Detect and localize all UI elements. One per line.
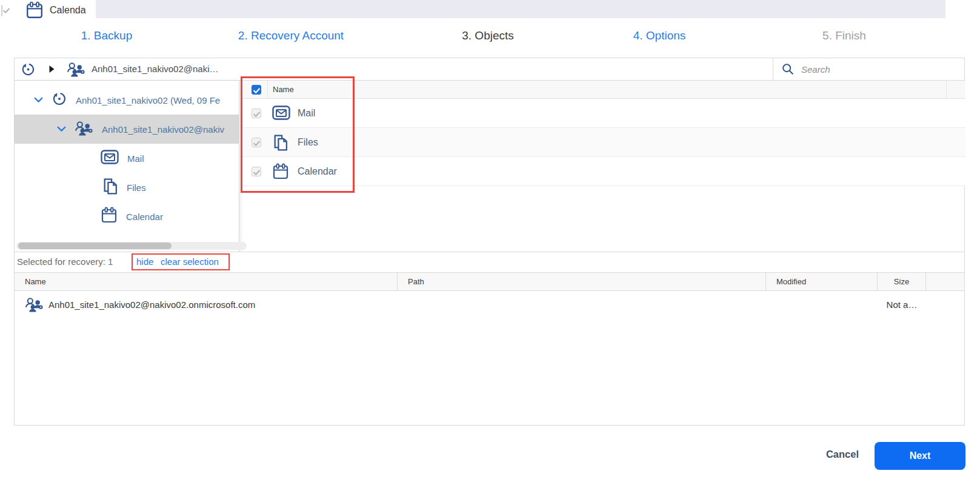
- object-row-mail[interactable]: Mail: [241, 99, 965, 128]
- row-checkbox[interactable]: [252, 109, 261, 118]
- wizard-step-recovery-account[interactable]: 2. Recovery Account: [238, 29, 344, 42]
- results-column-extra: [926, 273, 964, 290]
- selection-summary: Selected for recovery: 1: [17, 252, 113, 272]
- scrollbar-thumb[interactable]: [18, 242, 172, 249]
- restore-point-icon: [21, 62, 36, 79]
- results-column-name[interactable]: Name: [15, 273, 398, 290]
- calendar-icon: [101, 207, 118, 226]
- column-divider: [267, 81, 268, 99]
- calendar-icon: [25, 1, 44, 22]
- object-row-calendar[interactable]: Calendar: [241, 157, 965, 186]
- wizard-step-objects: 3. Objects: [462, 29, 514, 42]
- objects-step-panel: Anh01_site1_nakivo02@naki… Anh01_site1_n…: [14, 58, 965, 426]
- backdrop-overlay-bar: [96, 0, 945, 18]
- results-column-size[interactable]: Size: [878, 273, 926, 290]
- results-column-path[interactable]: Path: [398, 273, 766, 290]
- tree-item-label: Mail: [127, 153, 144, 164]
- selected-object-row[interactable]: Anh01_site1_nakivo02@nakivo02.onmicrosof…: [15, 291, 964, 319]
- files-icon: [272, 134, 288, 154]
- clear-selection-link[interactable]: clear selection: [161, 252, 219, 272]
- row-checkbox[interactable]: [252, 167, 261, 176]
- wizard-step-backup[interactable]: 1. Backup: [81, 29, 133, 42]
- calendar-icon: [272, 163, 289, 182]
- tree-item-label: Anh01_site1_nakivo02 (Wed, 09 Fe: [76, 95, 220, 105]
- select-all-checkbox[interactable]: [252, 85, 261, 95]
- expander-icon[interactable]: [48, 65, 55, 76]
- search-box: [773, 58, 964, 80]
- backup-title[interactable]: Anh01_site1_nakivo02@naki…: [92, 58, 219, 80]
- backup-tree-panel: Anh01_site1_nakivo02 (Wed, 09 Fe Anh01_s…: [15, 81, 239, 252]
- row-checkbox[interactable]: [252, 138, 261, 147]
- selection-bar: Selected for recovery: 1 hide clear sele…: [15, 252, 964, 272]
- name-column-header[interactable]: Name: [273, 81, 294, 99]
- tree-item-mail[interactable]: Mail: [15, 144, 239, 173]
- mail-icon: [101, 149, 119, 167]
- selected-object-size: Not a…: [878, 291, 926, 319]
- files-icon: [102, 178, 118, 198]
- backdrop-item-label: Calenda: [50, 5, 86, 16]
- tree-item-files[interactable]: Files: [15, 173, 239, 202]
- wizard-step-finish: 5. Finish: [822, 29, 866, 42]
- object-row-files[interactable]: Files: [241, 128, 965, 157]
- object-row-label: Files: [298, 128, 318, 157]
- selected-object-name: Anh01_site1_nakivo02@nakivo02.onmicrosof…: [48, 291, 255, 319]
- tree-item-calendar[interactable]: Calendar: [15, 202, 239, 231]
- tree-item-label: Calendar: [126, 212, 163, 222]
- horizontal-scrollbar[interactable]: [16, 242, 247, 250]
- backdrop-checkbox[interactable]: [1, 5, 2, 16]
- tree-item-label: Files: [127, 182, 146, 193]
- backup-toolbar: Anh01_site1_nakivo02@naki…: [15, 58, 964, 81]
- tree-item-label: Anh01_site1_nakivo02@nakiv: [102, 124, 224, 135]
- column-divider: [946, 81, 947, 99]
- results-column-modified[interactable]: Modified: [766, 273, 878, 290]
- cancel-button[interactable]: Cancel: [811, 449, 874, 460]
- account-group-icon: [75, 121, 93, 138]
- chevron-down-icon[interactable]: [34, 95, 43, 105]
- restore-point-icon: [52, 91, 67, 109]
- object-row-label: Mail: [298, 99, 315, 128]
- objects-table-header: Name: [241, 81, 965, 99]
- search-icon: [781, 62, 795, 78]
- tree-item-account[interactable]: Anh01_site1_nakivo02@nakiv: [15, 115, 239, 144]
- tree-item-recovery-point[interactable]: Anh01_site1_nakivo02 (Wed, 09 Fe: [15, 85, 239, 115]
- chevron-down-icon[interactable]: [57, 124, 66, 135]
- object-row-label: Calendar: [298, 157, 337, 186]
- next-button[interactable]: Next: [875, 442, 965, 470]
- recovery-wizard-page: Calenda 1. Backup 2. Recovery Account 3.…: [0, 0, 980, 485]
- results-table-header: Name Path Modified Size: [15, 272, 964, 291]
- account-group-icon: [67, 62, 85, 79]
- search-input[interactable]: [801, 61, 956, 78]
- objects-table: Name Mail Files Calendar: [241, 81, 965, 186]
- hide-link[interactable]: hide: [136, 252, 153, 272]
- account-group-icon: [25, 297, 44, 315]
- mail-icon: [272, 105, 290, 123]
- wizard-step-options[interactable]: 4. Options: [633, 29, 686, 42]
